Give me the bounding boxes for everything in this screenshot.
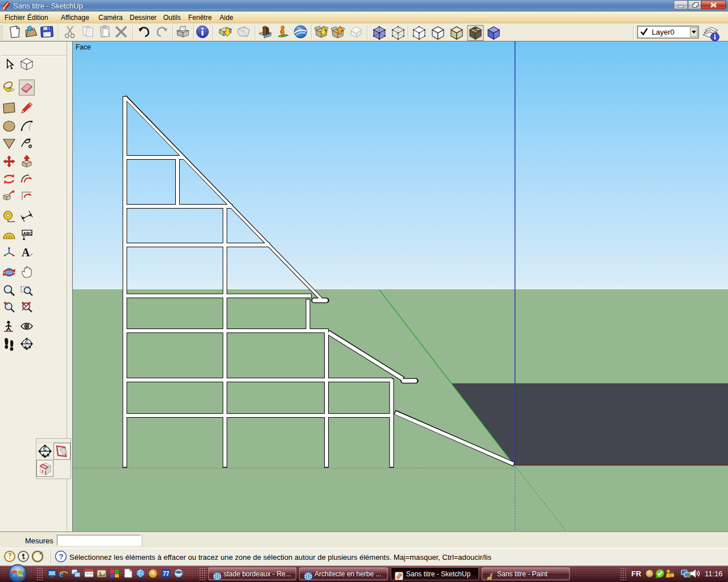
svg-text:Face: Face bbox=[76, 43, 91, 51]
